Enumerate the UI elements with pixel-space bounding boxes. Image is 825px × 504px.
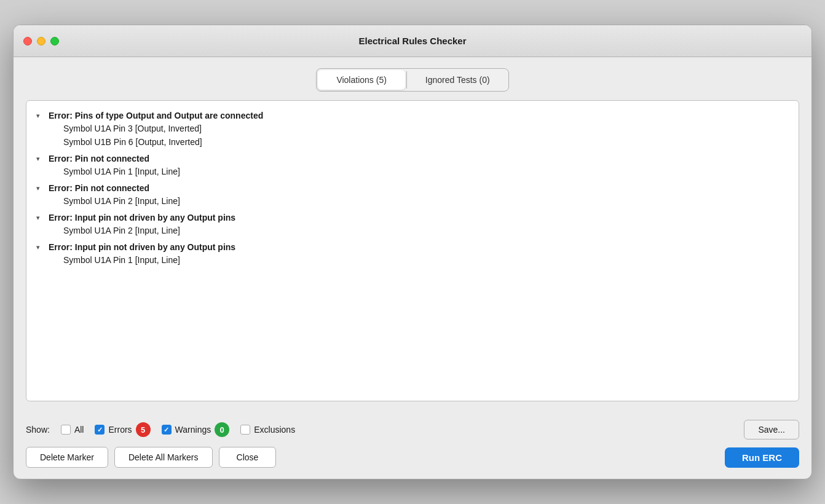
violation-detail-3-0[interactable]: Symbol U1A Pin 2 [Input, Line] (36, 194, 789, 208)
bottom-bar: Show: All Errors 5 Warnings 0 Exclusions… (14, 412, 811, 479)
filter-warnings: Warnings 0 (162, 422, 230, 437)
chevron-icon-2: ▾ (36, 155, 45, 163)
chevron-icon-3: ▾ (36, 184, 45, 192)
chevron-icon-1: ▾ (36, 112, 45, 120)
violation-title-4: Error: Input pin not driven by any Outpu… (49, 213, 235, 222)
filter-exclusions: Exclusions (240, 425, 295, 435)
violation-group-4: ▾ Error: Input pin not driven by any Out… (36, 211, 789, 237)
tab-bar: Violations (5) Ignored Tests (0) (26, 68, 799, 92)
run-erc-button[interactable]: Run ERC (725, 447, 799, 468)
violation-title-3: Error: Pin not connected (49, 183, 149, 193)
errors-badge: 5 (136, 422, 151, 437)
maximize-window-button[interactable] (50, 37, 59, 45)
tab-violations[interactable]: Violations (5) (318, 70, 405, 90)
titlebar: Electrical Rules Checker (14, 25, 811, 57)
tab-ignored-tests[interactable]: Ignored Tests (0) (407, 69, 508, 91)
save-button[interactable]: Save... (744, 420, 799, 439)
violation-header-2[interactable]: ▾ Error: Pin not connected (36, 152, 789, 165)
tab-group: Violations (5) Ignored Tests (0) (316, 68, 508, 92)
violation-detail-1-0[interactable]: Symbol U1A Pin 3 [Output, Inverted] (36, 122, 789, 135)
violation-title-5: Error: Input pin not driven by any Outpu… (49, 242, 235, 252)
violation-group-5: ▾ Error: Input pin not driven by any Out… (36, 241, 789, 267)
violation-group-1: ▾ Error: Pins of type Output and Output … (36, 109, 789, 149)
violation-detail-5-0[interactable]: Symbol U1A Pin 1 [Input, Line] (36, 253, 789, 267)
errors-checkbox[interactable] (95, 425, 105, 435)
filter-errors: Errors 5 (95, 422, 150, 437)
window-controls (23, 37, 59, 45)
warnings-checkbox[interactable] (162, 425, 172, 435)
violation-detail-4-0[interactable]: Symbol U1A Pin 2 [Input, Line] (36, 224, 789, 237)
warnings-label: Warnings (175, 425, 211, 435)
chevron-icon-4: ▾ (36, 214, 45, 222)
chevron-icon-5: ▾ (36, 243, 45, 251)
show-label: Show: (26, 425, 50, 435)
violations-panel: ▾ Error: Pins of type Output and Output … (26, 100, 799, 401)
violation-title-1: Error: Pins of type Output and Output ar… (49, 111, 263, 120)
delete-marker-button[interactable]: Delete Marker (26, 447, 108, 468)
violation-header-3[interactable]: ▾ Error: Pin not connected (36, 182, 789, 194)
violation-detail-1-1[interactable]: Symbol U1B Pin 6 [Output, Inverted] (36, 135, 789, 149)
exclusions-checkbox[interactable] (240, 425, 250, 435)
exclusions-label: Exclusions (254, 425, 295, 435)
warnings-badge: 0 (215, 422, 229, 437)
violation-header-1[interactable]: ▾ Error: Pins of type Output and Output … (36, 109, 789, 122)
window-title: Electrical Rules Checker (358, 36, 466, 46)
main-window: Electrical Rules Checker Violations (5) … (13, 25, 812, 479)
content-area: Violations (5) Ignored Tests (0) ▾ Error… (14, 57, 811, 412)
violation-group-2: ▾ Error: Pin not connected Symbol U1A Pi… (36, 152, 789, 178)
violation-detail-2-0[interactable]: Symbol U1A Pin 1 [Input, Line] (36, 165, 789, 178)
filter-all: All (61, 425, 84, 435)
violation-group-3: ▾ Error: Pin not connected Symbol U1A Pi… (36, 182, 789, 208)
all-label: All (74, 425, 84, 435)
all-checkbox[interactable] (61, 425, 71, 435)
close-button[interactable]: Close (219, 447, 277, 468)
action-row: Delete Marker Delete All Markers Close R… (26, 447, 799, 479)
close-window-button[interactable] (23, 37, 32, 45)
errors-label: Errors (108, 425, 132, 435)
delete-all-markers-button[interactable]: Delete All Markers (114, 447, 213, 468)
violation-header-4[interactable]: ▾ Error: Input pin not driven by any Out… (36, 211, 789, 224)
minimize-window-button[interactable] (37, 37, 45, 45)
violation-header-5[interactable]: ▾ Error: Input pin not driven by any Out… (36, 241, 789, 253)
filter-row: Show: All Errors 5 Warnings 0 Exclusions… (26, 420, 799, 439)
violation-title-2: Error: Pin not connected (49, 154, 149, 163)
